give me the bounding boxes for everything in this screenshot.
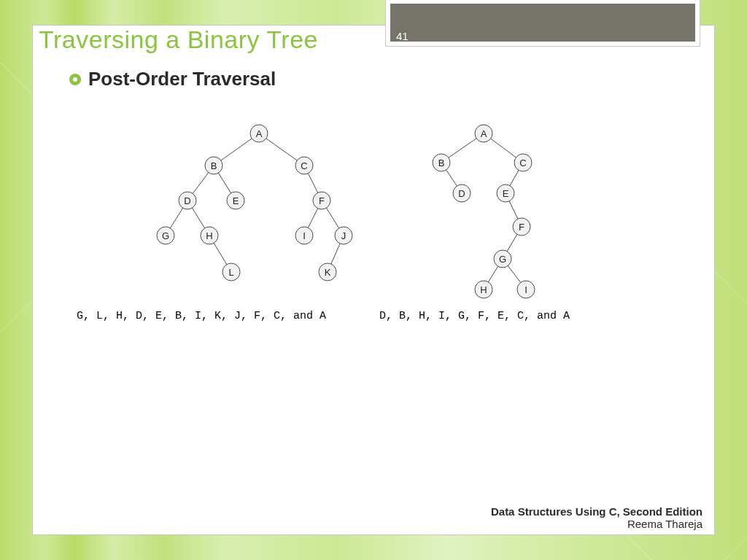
book-title: Data Structures Using C, Second Edition bbox=[491, 505, 703, 518]
node-B: B bbox=[211, 160, 217, 171]
node-E: E bbox=[233, 195, 239, 206]
node-A: A bbox=[256, 128, 263, 139]
bullet-icon bbox=[69, 74, 81, 85]
node-D: D bbox=[184, 195, 190, 206]
node2-G: G bbox=[499, 254, 506, 265]
node-G: G bbox=[162, 230, 169, 241]
slide-footer: Data Structures Using C, Second Edition … bbox=[491, 505, 703, 530]
slide-number-tab bbox=[386, 0, 700, 46]
node2-D: D bbox=[458, 188, 465, 199]
node-L: L bbox=[228, 267, 233, 278]
subtitle: Post-Order Traversal bbox=[88, 68, 276, 90]
tree-diagram-1: A B C D E F G H I J K L bbox=[150, 120, 390, 295]
traversal-result-2: D, B, H, I, G, F, E, C, and A bbox=[379, 310, 570, 322]
slide-card: 41 Traversing a Binary Tree Post-Order T… bbox=[32, 25, 715, 535]
subtitle-row: Post-Order Traversal bbox=[69, 68, 276, 90]
tree-diagrams: A B C D E F G H I J K L A B C D E F bbox=[69, 120, 682, 324]
node-F: F bbox=[319, 195, 325, 206]
node-K: K bbox=[325, 267, 331, 278]
book-author: Reema Thareja bbox=[491, 518, 703, 530]
node2-B: B bbox=[438, 158, 445, 168]
node2-C: C bbox=[519, 158, 526, 168]
node2-A: A bbox=[481, 128, 487, 139]
slide-number: 41 bbox=[396, 30, 409, 42]
node-J: J bbox=[341, 230, 347, 241]
tree-diagram-2: A B C D E F G H I bbox=[398, 120, 573, 310]
node2-F: F bbox=[519, 222, 525, 233]
node-I: I bbox=[303, 230, 306, 241]
node-C: C bbox=[301, 160, 307, 171]
page-title: Traversing a Binary Tree bbox=[39, 26, 318, 54]
node-H: H bbox=[206, 230, 212, 241]
traversal-result-1: G, L, H, D, E, B, I, K, J, F, C, and A bbox=[77, 310, 326, 322]
node2-I: I bbox=[525, 284, 527, 295]
node2-H: H bbox=[480, 284, 487, 295]
node2-E: E bbox=[503, 188, 509, 199]
